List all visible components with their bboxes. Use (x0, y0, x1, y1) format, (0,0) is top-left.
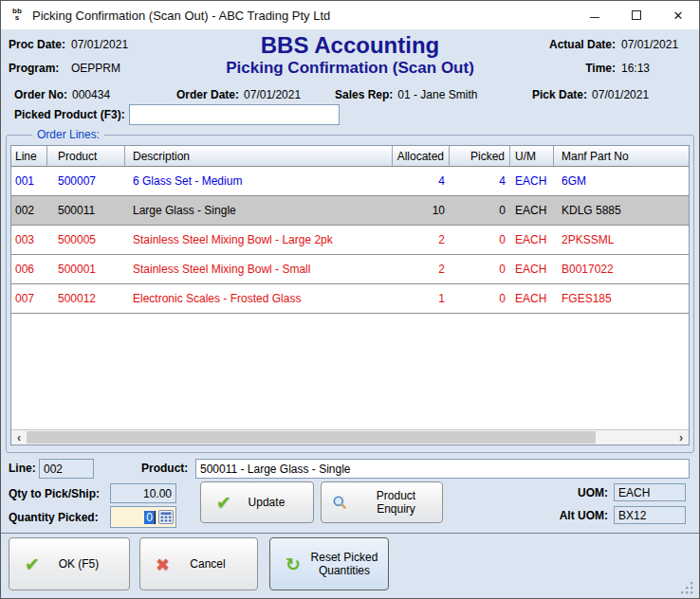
order-lines-header: LineProductDescriptionAllocatedPickedU/M… (11, 146, 689, 167)
app-window: bbs Picking Confirmation (Scan Out) - AB… (0, 0, 700, 599)
reset-button-label: Reset Picked Quantities (308, 551, 388, 577)
sales-rep-value: 01 - Jane Smith (397, 88, 477, 101)
scroll-left-icon: ‹ (17, 431, 21, 445)
table-row[interactable]: 002500011Large Glass - Single100EACHKDLG… (11, 196, 689, 226)
column-header-picked[interactable]: Picked (450, 146, 510, 166)
qty-to-pick-label: Qty to Pick/Ship: (9, 487, 100, 500)
qty-picked-label: Quantity Picked: (9, 511, 99, 524)
cell-manf: FGES185 (554, 284, 689, 313)
cell-line: 003 (11, 226, 47, 254)
line-field[interactable]: 002 (39, 459, 94, 479)
cell-picked: 0 (450, 284, 510, 313)
qty-picked-field[interactable]: 0 (110, 506, 176, 528)
minimize-icon (590, 17, 599, 18)
column-header-allocated[interactable]: Allocated (393, 146, 450, 166)
column-header-um[interactable]: U/M (510, 146, 554, 166)
cell-picked: 0 (450, 226, 510, 254)
qty-to-pick-field[interactable]: 10.00 (110, 483, 176, 503)
cell-description: Stainless Steel Mixing Bowl - Large 2pk (125, 226, 393, 254)
cell-allocated: 2 (393, 226, 450, 254)
cell-description: Stainless Steel Mixing Bowl - Small (125, 255, 393, 283)
sales-rep-label: Sales Rep: (335, 88, 393, 101)
cell-manf: 2PKSSML (554, 226, 689, 254)
product-field[interactable]: 500011 - Large Glass - Single (195, 459, 690, 479)
uom-field[interactable]: EACH (614, 483, 686, 501)
product-label: Product: (141, 462, 188, 475)
cell-line: 001 (11, 167, 47, 195)
table-row[interactable]: 007500012Electronic Scales - Frosted Gla… (11, 284, 689, 314)
app-icon: bbs (9, 8, 26, 24)
product-enquiry-button-label: Product Enquiry (356, 489, 442, 516)
column-header-manf[interactable]: Manf Part No (554, 146, 689, 166)
scrollbar-thumb[interactable] (27, 431, 596, 444)
proc-date-label: Proc Date: (9, 38, 67, 51)
table-row[interactable]: 003500005Stainless Steel Mixing Bowl - L… (11, 226, 689, 255)
resize-grip[interactable] (681, 582, 694, 595)
screen-title: Picking Confirmation (Scan Out) (115, 58, 585, 78)
title-bar: bbs Picking Confirmation (Scan Out) - AB… (1, 1, 699, 29)
column-header-product[interactable]: Product (47, 146, 125, 166)
cell-allocated: 10 (393, 196, 450, 225)
update-button[interactable]: ✔ Update (200, 481, 314, 523)
cell-um: EACH (510, 284, 554, 313)
qty-picked-value: 0 (144, 511, 156, 524)
header-right: Actual Date: 07/01/2021 Time: 16:13 (549, 38, 690, 75)
table-row[interactable]: 006500001Stainless Steel Mixing Bowl - S… (11, 255, 689, 284)
column-header-description[interactable]: Description (125, 146, 393, 166)
maximize-button[interactable] (616, 1, 657, 29)
cell-product: 500001 (47, 255, 125, 283)
cancel-button-label: Cancel (177, 557, 257, 571)
reset-picked-quantities-button[interactable]: ↻ Reset Picked Quantities (269, 537, 389, 590)
cell-allocated: 2 (393, 255, 450, 283)
cell-allocated: 1 (393, 284, 450, 313)
time-label: Time: (549, 62, 616, 75)
scroll-left-button[interactable]: ‹ (11, 430, 27, 445)
minimize-button[interactable] (574, 1, 616, 29)
cell-description: 6 Glass Set - Medium (125, 167, 393, 195)
order-date-value: 07/01/2021 (244, 88, 301, 101)
cancel-button[interactable]: ✖ Cancel (139, 537, 258, 590)
cell-allocated: 4 (393, 167, 450, 195)
product-enquiry-button[interactable]: Product Enquiry (321, 481, 443, 523)
cell-um: EACH (510, 255, 554, 283)
close-button[interactable]: ✕ (657, 1, 699, 29)
calculator-icon[interactable] (158, 510, 174, 524)
cell-um: EACH (510, 226, 554, 254)
recycle-icon: ↻ (286, 554, 301, 574)
maximize-icon (632, 10, 641, 20)
cell-picked: 4 (450, 167, 510, 195)
order-date-label: Order Date: (176, 88, 239, 101)
cell-product: 500007 (47, 167, 125, 195)
actual-date-value: 07/01/2021 (621, 38, 690, 51)
cell-line: 006 (11, 255, 47, 283)
uom-block: UOM: EACH Alt UOM: BX12 (560, 483, 686, 524)
cell-product: 500005 (47, 226, 125, 254)
column-header-line[interactable]: Line (11, 146, 47, 166)
order-info-row: Order No:000434 Order Date:07/01/2021 Sa… (1, 88, 699, 103)
check-icon: ✔ (216, 492, 231, 513)
picked-product-input[interactable] (129, 104, 340, 125)
cell-picked: 0 (450, 255, 510, 283)
ok-button[interactable]: ✔ OK (F5) (9, 537, 130, 590)
order-lines-body: 0015000076 Glass Set - Medium44EACH6GM00… (11, 167, 689, 314)
window-title: Picking Confirmation (Scan Out) - ABC Tr… (32, 9, 574, 23)
time-value: 16:13 (621, 62, 690, 75)
close-icon: ✕ (673, 9, 684, 23)
cell-product: 500012 (47, 284, 125, 313)
magnifier-icon (332, 495, 348, 511)
scroll-right-button[interactable]: › (673, 430, 689, 445)
table-row[interactable]: 0015000076 Glass Set - Medium44EACH6GM (11, 167, 689, 196)
order-lines-grid: LineProductDescriptionAllocatedPickedU/M… (10, 145, 690, 445)
alt-uom-field[interactable]: BX12 (614, 506, 686, 524)
header-center: BBS Accounting Picking Confirmation (Sca… (115, 33, 585, 78)
sales-rep: Sales Rep:01 - Jane Smith (335, 88, 477, 101)
alt-uom-label: Alt UOM: (560, 509, 608, 522)
cell-manf: KDLG 5885 (554, 196, 689, 225)
order-no-label: Order No: (14, 88, 67, 101)
horizontal-scrollbar[interactable]: ‹ › (11, 429, 689, 445)
footer-separator (1, 533, 699, 534)
cell-picked: 0 (450, 196, 510, 225)
order-lines-group: Order Lines: LineProductDescriptionAlloc… (6, 135, 694, 453)
order-no: Order No:000434 (14, 88, 110, 101)
order-date: Order Date:07/01/2021 (176, 88, 301, 101)
